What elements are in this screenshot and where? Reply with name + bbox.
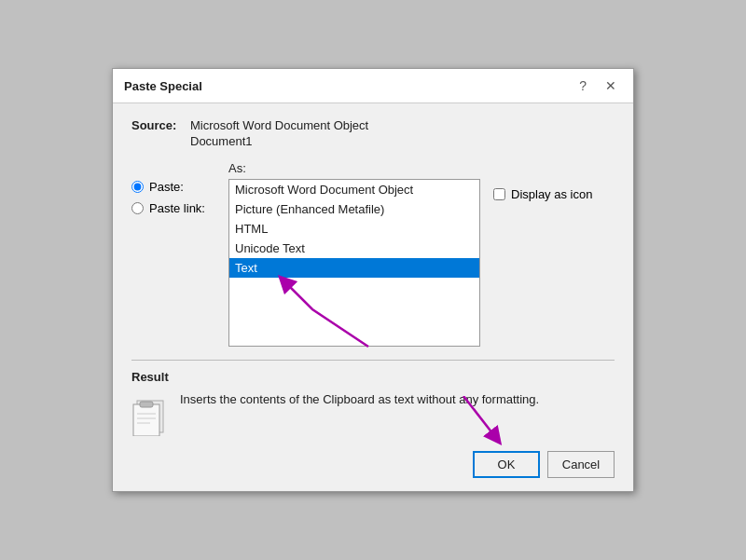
main-row: Paste: Paste link: As: Microsoft Word Do…	[131, 161, 615, 347]
separator	[131, 360, 615, 361]
svg-rect-2	[140, 402, 153, 407]
paste-format-listbox[interactable]: Microsoft Word Document Object Picture (…	[228, 179, 480, 347]
result-content: Inserts the contents of the Clipboard as…	[131, 391, 615, 436]
list-item[interactable]: Unicode Text	[229, 239, 479, 258]
paste-link-radio-label[interactable]: Paste link:	[131, 201, 215, 215]
title-bar-buttons: ? ✕	[573, 76, 622, 95]
result-label: Result	[131, 370, 615, 384]
clipboard-icon	[131, 393, 169, 436]
list-item-text-selected[interactable]: Text	[229, 258, 479, 278]
close-button[interactable]: ✕	[600, 76, 622, 95]
paste-link-radio[interactable]	[131, 202, 144, 214]
source-label: Source:	[131, 118, 183, 132]
title-bar: Paste Special ? ✕	[113, 69, 633, 103]
dialog-title: Paste Special	[124, 79, 202, 93]
paste-special-dialog: Paste Special ? ✕ Source: Microsoft Word…	[112, 68, 634, 492]
source-section: Source: Microsoft Word Document Object D…	[131, 118, 615, 148]
as-label: As:	[228, 161, 480, 175]
paste-options: Paste: Paste link:	[131, 161, 215, 215]
buttons-row: OK Cancel	[131, 451, 615, 478]
list-item[interactable]: HTML	[229, 219, 479, 239]
display-as-icon-checkbox[interactable]	[493, 188, 505, 200]
svg-rect-1	[133, 404, 159, 436]
list-item[interactable]: Microsoft Word Document Object	[229, 180, 479, 199]
display-as-icon-label[interactable]: Display as icon	[511, 187, 592, 201]
result-section: Result Inserts the contents of the Clipb…	[131, 370, 615, 436]
paste-radio-label[interactable]: Paste:	[131, 180, 215, 194]
source-value: Microsoft Word Document Object	[190, 118, 368, 132]
display-icon-section: Display as icon	[493, 187, 592, 201]
cancel-button[interactable]: Cancel	[547, 451, 615, 478]
source-row: Source: Microsoft Word Document Object	[131, 118, 615, 132]
listbox-wrapper: Microsoft Word Document Object Picture (…	[228, 179, 480, 347]
help-button[interactable]: ?	[573, 76, 592, 95]
as-section: As: Microsoft Word Document Object Pictu…	[228, 161, 480, 347]
paste-link-label: Paste link:	[149, 201, 205, 215]
dialog-body: Source: Microsoft Word Document Object D…	[113, 103, 633, 491]
ok-button[interactable]: OK	[473, 451, 540, 478]
list-item[interactable]: Picture (Enhanced Metafile)	[229, 199, 479, 219]
result-description: Inserts the contents of the Clipboard as…	[180, 391, 539, 408]
right-panel: Display as icon	[493, 161, 615, 201]
paste-label: Paste:	[149, 180, 184, 194]
source-docname: Document1	[190, 134, 615, 148]
ok-button-container: OK	[473, 451, 540, 478]
paste-radio[interactable]	[131, 181, 144, 193]
